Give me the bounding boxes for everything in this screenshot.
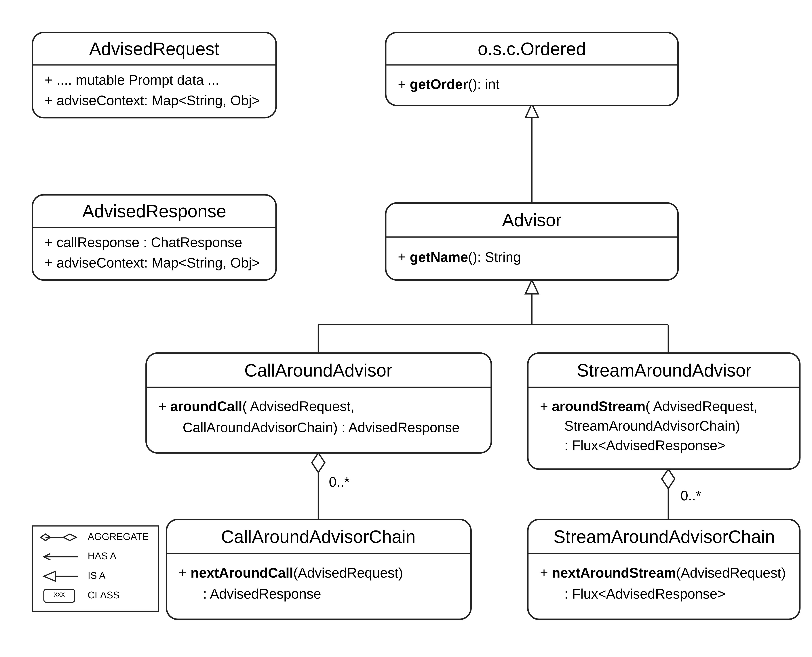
svg-marker-7 (312, 453, 325, 472)
class-title: StreamAroundAdvisorChain (553, 527, 775, 547)
class-op: + getOrder(): int (398, 76, 499, 92)
class-ordered: o.s.c.Ordered + getOrder(): int (386, 33, 678, 106)
generalization-subadvisors-to-advisor (318, 280, 668, 353)
class-title: StreamAroundAdvisor (577, 360, 751, 380)
class-op-line1: + aroundStream( AdvisedRequest, (540, 399, 757, 414)
class-call-around-advisor-chain: CallAroundAdvisorChain + nextAroundCall(… (167, 520, 471, 620)
svg-marker-2 (525, 280, 538, 294)
svg-marker-9 (662, 469, 675, 489)
class-attr: + adviseContext: Map<String, Obj> (45, 255, 260, 271)
class-op: + getName(): String (398, 249, 521, 265)
class-title: CallAroundAdvisor (245, 360, 393, 380)
class-op-line3: : Flux<AdvisedResponse> (564, 438, 725, 453)
class-op-line1: + nextAroundStream(AdvisedRequest) (540, 565, 786, 581)
legend-label: CLASS (88, 590, 120, 600)
class-advised-request: AdvisedRequest + .... mutable Prompt dat… (33, 33, 276, 118)
class-op-line2: StreamAroundAdvisorChain) (564, 418, 740, 433)
uml-class-diagram: 0..* 0..* AdvisedRequest + .... mutable … (0, 0, 812, 657)
class-call-around-advisor: CallAroundAdvisor + aroundCall( AdvisedR… (146, 353, 491, 453)
class-stream-around-advisor: StreamAroundAdvisor + aroundStream( Advi… (528, 353, 800, 469)
legend-sample-text: xxx (54, 590, 65, 598)
class-title: AdvisedResponse (83, 201, 226, 221)
legend-label: AGGREGATE (88, 531, 149, 542)
generalization-advisor-to-ordered (525, 104, 538, 203)
class-title: Advisor (502, 210, 561, 230)
class-title: o.s.c.Ordered (478, 39, 586, 59)
class-title: AdvisedRequest (89, 39, 220, 59)
legend-label: IS A (88, 570, 106, 581)
aggregation-streamadvisor-to-streamchain (662, 469, 675, 520)
class-attr: + callResponse : ChatResponse (45, 235, 242, 250)
legend: AGGREGATE HAS A IS A xxx CLASS (33, 526, 158, 611)
class-op-line2: CallAroundAdvisorChain) : AdvisedRespons… (183, 420, 460, 435)
class-title: CallAroundAdvisorChain (221, 527, 416, 547)
legend-label: HAS A (88, 551, 117, 561)
class-attr: + .... mutable Prompt data ... (45, 72, 219, 88)
class-stream-around-advisor-chain: StreamAroundAdvisorChain + nextAroundStr… (528, 520, 800, 620)
class-op-line1: + aroundCall( AdvisedRequest, (158, 399, 354, 414)
multiplicity-stream: 0..* (681, 488, 701, 503)
aggregation-calladvisor-to-callchain (312, 453, 325, 519)
class-advised-response: AdvisedResponse + callResponse : ChatRes… (33, 195, 276, 280)
multiplicity-call: 0..* (329, 474, 349, 490)
class-op-line2: : Flux<AdvisedResponse> (564, 586, 725, 601)
class-op-line1: + nextAroundCall(AdvisedRequest) (179, 565, 403, 581)
class-op-line2: : AdvisedResponse (203, 586, 321, 601)
class-advisor: Advisor + getName(): String (386, 203, 678, 280)
class-attr: + adviseContext: Map<String, Obj> (45, 93, 260, 108)
